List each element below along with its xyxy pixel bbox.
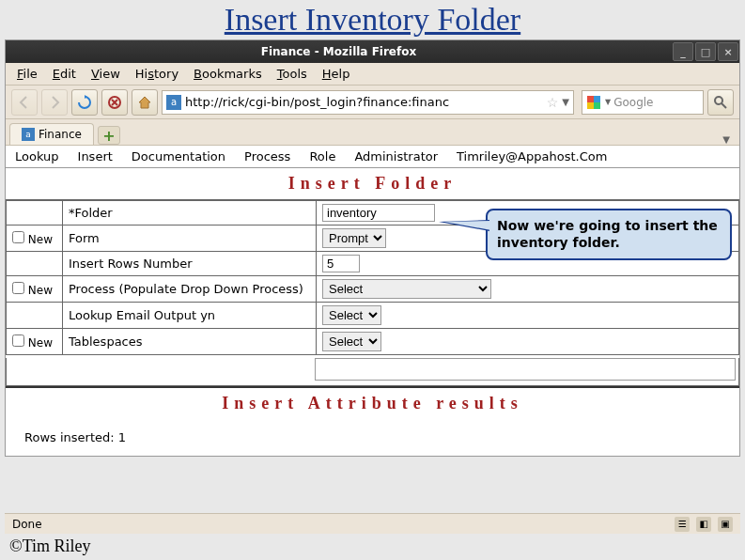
copyright: ©Tim Riley bbox=[9, 537, 91, 556]
folder-label: *Folder bbox=[63, 201, 317, 226]
results-heading: Insert Attribute results bbox=[6, 388, 739, 419]
notes-row bbox=[6, 358, 739, 386]
menu-file[interactable]: File bbox=[9, 65, 45, 83]
form-label: Form bbox=[63, 226, 317, 252]
tab-finance[interactable]: a Finance bbox=[9, 123, 94, 145]
search-dropdown-icon[interactable]: ▼ bbox=[605, 98, 611, 106]
status-icons: ☰ ◧ ▣ bbox=[672, 517, 733, 532]
home-button[interactable] bbox=[132, 89, 158, 116]
new-label: New bbox=[28, 233, 53, 246]
toolbar: a http://rick/cgi-bin/post_login?finance… bbox=[6, 86, 739, 119]
maximize-button[interactable]: □ bbox=[695, 42, 716, 61]
nav-documentation[interactable]: Documentation bbox=[132, 149, 225, 163]
insert-folder-heading: Insert Folder bbox=[6, 168, 739, 200]
menu-history[interactable]: History bbox=[128, 65, 186, 83]
nav-lookup[interactable]: Lookup bbox=[15, 149, 59, 163]
forward-button[interactable] bbox=[41, 89, 68, 116]
nav-administrator[interactable]: Administrator bbox=[354, 149, 438, 163]
email-label: Lookup Email Output yn bbox=[63, 303, 317, 329]
svg-rect-1 bbox=[587, 96, 594, 102]
new-label: New bbox=[28, 284, 53, 297]
menu-help[interactable]: Help bbox=[315, 65, 358, 83]
tab-list-button[interactable]: ▼ bbox=[717, 134, 736, 145]
nav-role[interactable]: Role bbox=[309, 149, 335, 163]
close-button[interactable]: × bbox=[718, 42, 738, 61]
tablespaces-select[interactable]: Select bbox=[322, 332, 381, 351]
new-tablespaces-checkbox[interactable] bbox=[12, 334, 24, 347]
tab-bar: a Finance + ▼ bbox=[6, 119, 739, 146]
svg-rect-3 bbox=[587, 102, 594, 109]
url-bar[interactable]: a http://rick/cgi-bin/post_login?finance… bbox=[162, 90, 574, 115]
new-label: New bbox=[28, 336, 53, 350]
window-titlebar: Finance - Mozilla Firefox _ □ × bbox=[6, 40, 739, 63]
nav-process[interactable]: Process bbox=[244, 149, 290, 163]
tablespaces-label: Tablespaces bbox=[63, 329, 317, 355]
process-label: Process (Populate Drop Down Process) bbox=[63, 276, 317, 303]
new-tab-button[interactable]: + bbox=[98, 126, 120, 145]
email-select[interactable]: Select bbox=[322, 305, 381, 325]
page-nav: Lookup Insert Documentation Process Role… bbox=[6, 146, 739, 168]
bookmark-star-icon[interactable]: ☆ bbox=[547, 95, 559, 110]
status-icon-2[interactable]: ◧ bbox=[696, 517, 711, 532]
status-text: Done bbox=[12, 518, 42, 531]
form-select[interactable]: Prompt bbox=[322, 228, 386, 248]
notes-input[interactable] bbox=[315, 358, 736, 381]
annotation-callout: Now we're going to insert the inventory … bbox=[486, 209, 732, 260]
menu-edit[interactable]: Edit bbox=[45, 65, 84, 83]
menu-tools[interactable]: Tools bbox=[270, 65, 315, 83]
svg-rect-2 bbox=[594, 96, 600, 102]
status-bar: Done ☰ ◧ ▣ bbox=[5, 513, 740, 534]
minimize-button[interactable]: _ bbox=[673, 42, 693, 61]
menubar: File Edit View History Bookmarks Tools H… bbox=[6, 63, 739, 86]
tab-label: Finance bbox=[39, 128, 82, 141]
slide-title: Insert Inventory Folder bbox=[0, 0, 745, 39]
window-title: Finance - Mozilla Firefox bbox=[6, 45, 672, 58]
search-go-button[interactable] bbox=[707, 89, 734, 116]
site-icon: a bbox=[166, 95, 181, 110]
rows-label: Insert Rows Number bbox=[63, 252, 317, 276]
search-box[interactable]: ▼ Google bbox=[582, 90, 704, 115]
menu-view[interactable]: View bbox=[84, 65, 128, 83]
search-placeholder: Google bbox=[613, 96, 653, 109]
url-text: http://rick/cgi-bin/post_login?finance:f… bbox=[185, 95, 547, 109]
back-button[interactable] bbox=[11, 89, 38, 116]
status-icon-1[interactable]: ☰ bbox=[675, 517, 690, 532]
google-icon bbox=[586, 95, 601, 110]
nav-email[interactable]: Timriley@Appahost.Com bbox=[457, 149, 607, 163]
svg-rect-4 bbox=[594, 102, 600, 109]
nav-insert[interactable]: Insert bbox=[78, 149, 113, 163]
rows-input[interactable] bbox=[322, 255, 360, 272]
new-form-checkbox[interactable] bbox=[12, 231, 24, 243]
menu-bookmarks[interactable]: Bookmarks bbox=[186, 65, 270, 83]
process-select[interactable]: Select bbox=[322, 279, 491, 299]
reload-button[interactable] bbox=[71, 89, 98, 116]
folder-input[interactable] bbox=[322, 204, 435, 222]
new-process-checkbox[interactable] bbox=[12, 282, 24, 294]
results-message: Rows inserted: 1 bbox=[6, 419, 739, 456]
svg-point-5 bbox=[715, 97, 722, 104]
tab-icon: a bbox=[22, 128, 35, 141]
url-dropdown-icon[interactable]: ▼ bbox=[562, 97, 569, 107]
stop-button[interactable] bbox=[101, 89, 128, 116]
status-icon-3[interactable]: ▣ bbox=[718, 517, 733, 532]
